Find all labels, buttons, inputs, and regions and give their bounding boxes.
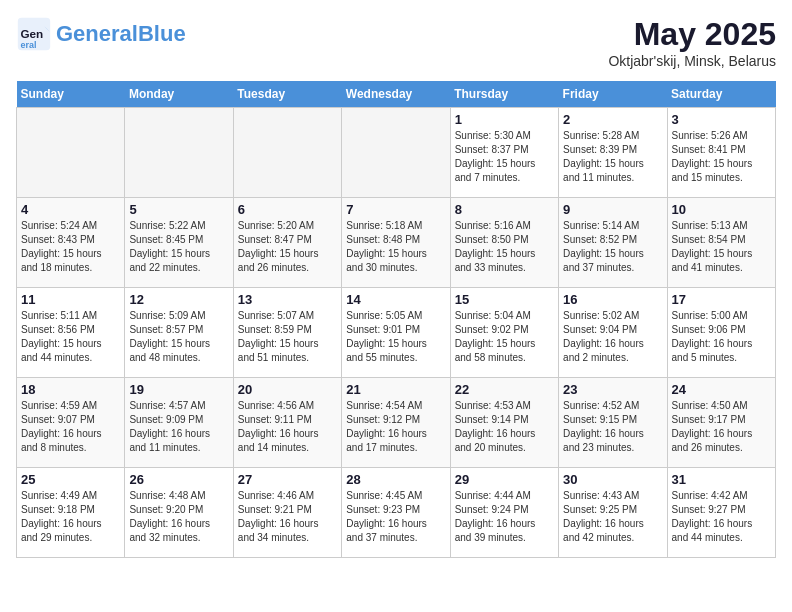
calendar-day-cell — [233, 108, 341, 198]
day-of-week-header: Sunday — [17, 81, 125, 108]
page-header: Gen eral GeneralBlue May 2025 Oktjabr'sk… — [16, 16, 776, 69]
calendar-day-cell — [17, 108, 125, 198]
day-info: Sunrise: 4:48 AMSunset: 9:20 PMDaylight:… — [129, 489, 228, 545]
calendar-day-cell: 24Sunrise: 4:50 AMSunset: 9:17 PMDayligh… — [667, 378, 775, 468]
day-info: Sunrise: 5:11 AMSunset: 8:56 PMDaylight:… — [21, 309, 120, 365]
day-info: Sunrise: 5:09 AMSunset: 8:57 PMDaylight:… — [129, 309, 228, 365]
day-number: 25 — [21, 472, 120, 487]
calendar-day-cell: 10Sunrise: 5:13 AMSunset: 8:54 PMDayligh… — [667, 198, 775, 288]
calendar-day-cell: 6Sunrise: 5:20 AMSunset: 8:47 PMDaylight… — [233, 198, 341, 288]
day-number: 11 — [21, 292, 120, 307]
day-number: 21 — [346, 382, 445, 397]
calendar-day-cell: 5Sunrise: 5:22 AMSunset: 8:45 PMDaylight… — [125, 198, 233, 288]
day-info: Sunrise: 5:05 AMSunset: 9:01 PMDaylight:… — [346, 309, 445, 365]
calendar-day-cell: 29Sunrise: 4:44 AMSunset: 9:24 PMDayligh… — [450, 468, 558, 558]
calendar-week-row: 11Sunrise: 5:11 AMSunset: 8:56 PMDayligh… — [17, 288, 776, 378]
calendar-day-cell — [125, 108, 233, 198]
calendar-day-cell: 17Sunrise: 5:00 AMSunset: 9:06 PMDayligh… — [667, 288, 775, 378]
day-info: Sunrise: 5:04 AMSunset: 9:02 PMDaylight:… — [455, 309, 554, 365]
day-number: 10 — [672, 202, 771, 217]
day-number: 22 — [455, 382, 554, 397]
calendar-day-cell: 19Sunrise: 4:57 AMSunset: 9:09 PMDayligh… — [125, 378, 233, 468]
day-info: Sunrise: 5:07 AMSunset: 8:59 PMDaylight:… — [238, 309, 337, 365]
calendar-day-cell: 27Sunrise: 4:46 AMSunset: 9:21 PMDayligh… — [233, 468, 341, 558]
day-info: Sunrise: 5:14 AMSunset: 8:52 PMDaylight:… — [563, 219, 662, 275]
day-number: 7 — [346, 202, 445, 217]
calendar-day-cell: 7Sunrise: 5:18 AMSunset: 8:48 PMDaylight… — [342, 198, 450, 288]
svg-text:eral: eral — [21, 40, 37, 50]
calendar-day-cell: 15Sunrise: 5:04 AMSunset: 9:02 PMDayligh… — [450, 288, 558, 378]
calendar-day-cell: 8Sunrise: 5:16 AMSunset: 8:50 PMDaylight… — [450, 198, 558, 288]
title-block: May 2025 Oktjabr'skij, Minsk, Belarus — [608, 16, 776, 69]
day-info: Sunrise: 4:44 AMSunset: 9:24 PMDaylight:… — [455, 489, 554, 545]
day-info: Sunrise: 4:54 AMSunset: 9:12 PMDaylight:… — [346, 399, 445, 455]
calendar-day-cell: 22Sunrise: 4:53 AMSunset: 9:14 PMDayligh… — [450, 378, 558, 468]
day-info: Sunrise: 5:30 AMSunset: 8:37 PMDaylight:… — [455, 129, 554, 185]
day-number: 13 — [238, 292, 337, 307]
calendar-day-cell: 4Sunrise: 5:24 AMSunset: 8:43 PMDaylight… — [17, 198, 125, 288]
calendar-day-cell: 12Sunrise: 5:09 AMSunset: 8:57 PMDayligh… — [125, 288, 233, 378]
calendar-day-cell: 3Sunrise: 5:26 AMSunset: 8:41 PMDaylight… — [667, 108, 775, 198]
calendar-day-cell: 11Sunrise: 5:11 AMSunset: 8:56 PMDayligh… — [17, 288, 125, 378]
calendar-day-cell: 28Sunrise: 4:45 AMSunset: 9:23 PMDayligh… — [342, 468, 450, 558]
day-number: 8 — [455, 202, 554, 217]
day-of-week-header: Saturday — [667, 81, 775, 108]
calendar-header-row: SundayMondayTuesdayWednesdayThursdayFrid… — [17, 81, 776, 108]
day-number: 2 — [563, 112, 662, 127]
day-number: 24 — [672, 382, 771, 397]
day-info: Sunrise: 4:43 AMSunset: 9:25 PMDaylight:… — [563, 489, 662, 545]
day-number: 27 — [238, 472, 337, 487]
day-info: Sunrise: 4:59 AMSunset: 9:07 PMDaylight:… — [21, 399, 120, 455]
calendar-week-row: 18Sunrise: 4:59 AMSunset: 9:07 PMDayligh… — [17, 378, 776, 468]
calendar-day-cell — [342, 108, 450, 198]
calendar-day-cell: 25Sunrise: 4:49 AMSunset: 9:18 PMDayligh… — [17, 468, 125, 558]
day-info: Sunrise: 4:45 AMSunset: 9:23 PMDaylight:… — [346, 489, 445, 545]
day-number: 17 — [672, 292, 771, 307]
calendar-day-cell: 20Sunrise: 4:56 AMSunset: 9:11 PMDayligh… — [233, 378, 341, 468]
day-number: 29 — [455, 472, 554, 487]
day-of-week-header: Tuesday — [233, 81, 341, 108]
day-number: 19 — [129, 382, 228, 397]
svg-text:Gen: Gen — [21, 27, 44, 40]
calendar-day-cell: 1Sunrise: 5:30 AMSunset: 8:37 PMDaylight… — [450, 108, 558, 198]
calendar-day-cell: 2Sunrise: 5:28 AMSunset: 8:39 PMDaylight… — [559, 108, 667, 198]
calendar-week-row: 1Sunrise: 5:30 AMSunset: 8:37 PMDaylight… — [17, 108, 776, 198]
day-info: Sunrise: 5:26 AMSunset: 8:41 PMDaylight:… — [672, 129, 771, 185]
day-info: Sunrise: 4:53 AMSunset: 9:14 PMDaylight:… — [455, 399, 554, 455]
day-info: Sunrise: 5:02 AMSunset: 9:04 PMDaylight:… — [563, 309, 662, 365]
day-info: Sunrise: 5:28 AMSunset: 8:39 PMDaylight:… — [563, 129, 662, 185]
day-info: Sunrise: 4:56 AMSunset: 9:11 PMDaylight:… — [238, 399, 337, 455]
day-number: 26 — [129, 472, 228, 487]
day-info: Sunrise: 5:24 AMSunset: 8:43 PMDaylight:… — [21, 219, 120, 275]
day-number: 14 — [346, 292, 445, 307]
day-info: Sunrise: 4:50 AMSunset: 9:17 PMDaylight:… — [672, 399, 771, 455]
day-number: 30 — [563, 472, 662, 487]
day-number: 6 — [238, 202, 337, 217]
month-title: May 2025 — [608, 16, 776, 53]
calendar-day-cell: 16Sunrise: 5:02 AMSunset: 9:04 PMDayligh… — [559, 288, 667, 378]
calendar-day-cell: 9Sunrise: 5:14 AMSunset: 8:52 PMDaylight… — [559, 198, 667, 288]
calendar-week-row: 25Sunrise: 4:49 AMSunset: 9:18 PMDayligh… — [17, 468, 776, 558]
calendar-day-cell: 21Sunrise: 4:54 AMSunset: 9:12 PMDayligh… — [342, 378, 450, 468]
calendar-day-cell: 23Sunrise: 4:52 AMSunset: 9:15 PMDayligh… — [559, 378, 667, 468]
calendar-day-cell: 18Sunrise: 4:59 AMSunset: 9:07 PMDayligh… — [17, 378, 125, 468]
day-number: 31 — [672, 472, 771, 487]
day-of-week-header: Thursday — [450, 81, 558, 108]
logo-icon: Gen eral — [16, 16, 52, 52]
day-number: 1 — [455, 112, 554, 127]
day-info: Sunrise: 4:57 AMSunset: 9:09 PMDaylight:… — [129, 399, 228, 455]
day-number: 28 — [346, 472, 445, 487]
calendar-day-cell: 13Sunrise: 5:07 AMSunset: 8:59 PMDayligh… — [233, 288, 341, 378]
day-number: 16 — [563, 292, 662, 307]
day-info: Sunrise: 4:49 AMSunset: 9:18 PMDaylight:… — [21, 489, 120, 545]
day-number: 12 — [129, 292, 228, 307]
day-info: Sunrise: 4:52 AMSunset: 9:15 PMDaylight:… — [563, 399, 662, 455]
day-number: 15 — [455, 292, 554, 307]
calendar-day-cell: 14Sunrise: 5:05 AMSunset: 9:01 PMDayligh… — [342, 288, 450, 378]
day-number: 5 — [129, 202, 228, 217]
logo: Gen eral GeneralBlue — [16, 16, 186, 52]
day-number: 4 — [21, 202, 120, 217]
day-info: Sunrise: 4:46 AMSunset: 9:21 PMDaylight:… — [238, 489, 337, 545]
day-number: 23 — [563, 382, 662, 397]
logo-text: GeneralBlue — [56, 22, 186, 46]
